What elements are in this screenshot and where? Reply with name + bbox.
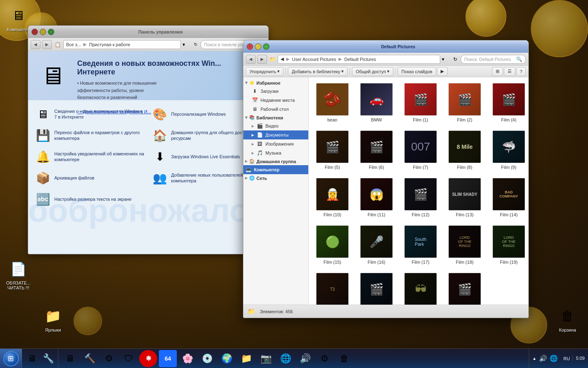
- taskbar-icon-tools[interactable]: 🔧: [41, 351, 56, 366]
- lang-label: RU: [564, 356, 570, 361]
- cmdbar-slideshow-play[interactable]: ▶: [437, 67, 448, 76]
- cp-item-6[interactable]: 📦 Архивация файлов: [31, 167, 148, 188]
- sidebar-section-homegroup[interactable]: ▶ 🏠 Домашняя группа: [243, 157, 308, 165]
- fe-forward-button[interactable]: ▶: [257, 55, 267, 64]
- file-item-film6[interactable]: 🎬 Film (6): [356, 128, 397, 172]
- file-thumb-film20: T3: [316, 273, 349, 305]
- file-item-film13[interactable]: SLIM SHADY Film (13): [444, 175, 485, 220]
- taskbar-app-8[interactable]: 💿: [198, 350, 216, 367]
- fe-main: ▶ ⭐ Избранное ⬇ Загрузки 📅 Недавние мест…: [243, 77, 528, 305]
- cmdbar-view-toggle[interactable]: ⊞: [492, 67, 503, 76]
- cp-address-bar[interactable]: Все з... ▶ Приступая к работе: [63, 40, 181, 49]
- file-thumb-film5: 🎬: [316, 130, 349, 163]
- taskbar-app-1[interactable]: 🖥: [61, 350, 79, 367]
- file-item-film16[interactable]: 🎤 Film (16): [356, 223, 397, 267]
- fe-min-button[interactable]: −: [255, 43, 261, 50]
- file-item-film22[interactable]: 🕶 Film (22): [400, 270, 441, 305]
- sidebar-section-favorites[interactable]: ▶ ⭐ Избранное: [243, 79, 308, 87]
- file-item-film12[interactable]: 🎬 Film (12): [400, 175, 441, 220]
- cp-item-8[interactable]: 🔤 Настройка размера текста на экране: [31, 188, 148, 210]
- taskbar-app-12[interactable]: 🌐: [276, 350, 294, 367]
- fe-max-button[interactable]: □: [263, 43, 270, 50]
- taskbar-app-14[interactable]: ⚙: [316, 350, 334, 367]
- cp-back-button[interactable]: ◀: [31, 40, 40, 49]
- taskbar-app-5[interactable]: ❋: [139, 350, 157, 367]
- file-item-film20[interactable]: T3 Film (20): [312, 270, 353, 305]
- cp-max-button[interactable]: □: [48, 29, 54, 35]
- file-item-film21[interactable]: 🎬 Film (21): [356, 270, 397, 305]
- file-name-film15: Film (15): [323, 260, 341, 265]
- sidebar-section-libraries[interactable]: ▶ 📚 Библиотеки: [243, 114, 308, 121]
- cmdbar-share[interactable]: Общий доступ ▾: [352, 67, 393, 76]
- file-item-film15[interactable]: 🟢 Film (15): [312, 223, 353, 267]
- fe-address-bar[interactable]: ◀ ▶ User Account Pictures ▶ Default Pict…: [278, 55, 440, 64]
- tray-arrow[interactable]: ▲: [532, 356, 537, 361]
- cp-item-2[interactable]: 💾 Перенос файлов и параметров с другого …: [31, 125, 148, 146]
- cp-item-text-2: Перенос файлов и параметров с другого ко…: [54, 130, 145, 141]
- taskbar-app-4[interactable]: 🛡: [120, 350, 138, 367]
- fe-file-grid-container[interactable]: 🫘 bean 🚗 BMW 🎬 Film (1) 🎬 Film (2): [309, 77, 528, 305]
- file-item-film19[interactable]: LORDOF THERINGS Film (19): [488, 223, 528, 267]
- cp-item-text-4: Настройка уведомлений об изменениях на к…: [54, 151, 145, 163]
- file-item-film4[interactable]: 🎬 Film (4): [488, 81, 528, 125]
- taskbar-app-3[interactable]: ⚙: [100, 350, 118, 367]
- file-item-bmw[interactable]: 🚗 BMW: [356, 81, 397, 125]
- file-item-film10[interactable]: 🧝 Film (10): [312, 175, 353, 220]
- fe-back-button[interactable]: ◀: [246, 55, 256, 64]
- file-item-film7[interactable]: 007 Film (7): [400, 128, 441, 172]
- fe-refresh-icon[interactable]: ↻: [452, 56, 459, 63]
- desktop-icon-obligatory[interactable]: 📄 ОБЯЗАТЕ... ЧИТАТЬ !!!: [2, 258, 35, 292]
- fe-address-dropdown[interactable]: ▾: [442, 55, 450, 63]
- file-item-film2[interactable]: 🎬 Film (2): [444, 81, 485, 125]
- sidebar-item-recent[interactable]: 📅 Недавние места: [243, 96, 308, 105]
- taskbar-app-2[interactable]: 🔨: [80, 350, 98, 367]
- sidebar-item-documents[interactable]: ▶ 📄 Документы: [243, 130, 308, 139]
- taskbar-start-button[interactable]: ⊞: [0, 349, 22, 368]
- sidebar-item-downloads[interactable]: ⬇ Загрузки: [243, 87, 308, 96]
- file-item-film11[interactable]: 😱 Film (11): [356, 175, 397, 220]
- sidebar-item-desktop[interactable]: 🖥 Рабочий стол: [243, 105, 308, 114]
- taskbar-app-9[interactable]: 🌍: [218, 350, 236, 367]
- cp-min-button[interactable]: −: [40, 29, 46, 35]
- taskbar-icon-computer[interactable]: 🖥: [24, 351, 39, 366]
- cp-item-4[interactable]: 🔔 Настройка уведомлений об изменениях на…: [31, 146, 148, 167]
- file-item-film18[interactable]: LORDOF THERINGS Film (18): [444, 223, 485, 267]
- taskbar-lang[interactable]: RU: [561, 356, 572, 361]
- cmdbar-share-arrow: ▾: [387, 69, 390, 74]
- cmdbar-view-details[interactable]: ☰: [504, 67, 515, 76]
- cmdbar-slideshow[interactable]: Показ слайдов: [398, 67, 436, 76]
- desktop-icon-basket[interactable]: 🗑 Корзина: [551, 305, 584, 334]
- sidebar-item-images[interactable]: ▶ 🖼 Изображения: [243, 139, 308, 148]
- file-item-film8[interactable]: 8 Mile Film (8): [444, 128, 485, 172]
- file-item-film1[interactable]: 🎬 Film (1): [400, 81, 441, 125]
- file-item-bean[interactable]: 🫘 bean: [312, 81, 353, 125]
- cp-more-link[interactable]: → Дополнительные сведения в И...: [77, 109, 151, 114]
- sidebar-item-computer[interactable]: 💻 Компьютер: [243, 165, 308, 174]
- file-item-film23[interactable]: 🎬 Film (23): [444, 270, 485, 305]
- desktop-icon-shortcuts[interactable]: 📁 Ярлыки: [37, 305, 69, 334]
- taskbar-app-10[interactable]: 📁: [237, 350, 255, 367]
- cp-close-button[interactable]: ✕: [31, 29, 38, 35]
- cp-address-dropdown[interactable]: ▾: [183, 40, 191, 49]
- cp-forward-button[interactable]: ▶: [42, 40, 52, 49]
- file-item-film9[interactable]: 🦈 Film (9): [488, 128, 528, 172]
- file-item-film14[interactable]: BADCOMPANY Film (14): [488, 175, 528, 220]
- file-thumb-film10: 🧝: [316, 178, 349, 211]
- taskbar-app-11[interactable]: 📷: [257, 350, 275, 367]
- cmdbar-add-library-arrow: ▾: [341, 69, 344, 74]
- fe-search-box[interactable]: Поиск: Default Pictures 🔍: [461, 55, 526, 64]
- cmdbar-organize[interactable]: Упорядочить ▾: [246, 67, 283, 76]
- cmdbar-add-library[interactable]: Добавить в библиотеку ▾: [288, 67, 347, 76]
- fe-close-button[interactable]: ✕: [247, 43, 253, 50]
- taskbar-app-15[interactable]: 🗑: [335, 350, 353, 367]
- sidebar-item-music[interactable]: ▶ 🎵 Музыка: [243, 148, 308, 157]
- taskbar-app-13[interactable]: 🔊: [296, 350, 314, 367]
- sidebar-section-network[interactable]: ▶ 🌐 Сеть: [243, 174, 308, 182]
- sidebar-item-video[interactable]: ▶ 🎬 Видео: [243, 121, 308, 130]
- cmdbar-help[interactable]: ?: [516, 67, 526, 76]
- taskbar-app-6[interactable]: 64: [159, 350, 177, 367]
- file-item-film17[interactable]: SouthPark Film (17): [400, 223, 441, 267]
- cp-refresh-icon[interactable]: ↻: [192, 41, 199, 48]
- file-item-film5[interactable]: 🎬 Film (5): [312, 128, 353, 172]
- taskbar-app-7[interactable]: 🌸: [178, 350, 196, 367]
